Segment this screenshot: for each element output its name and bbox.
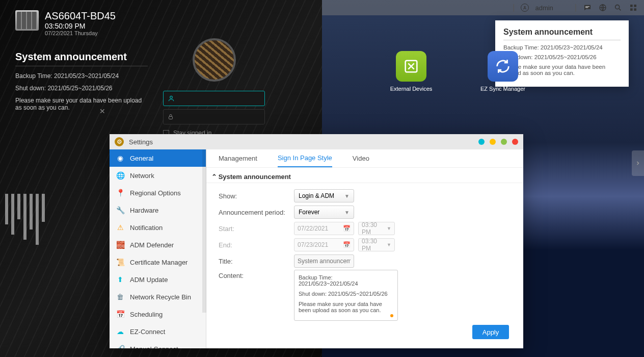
login-announcement-panel: System announcement Backup Time: 2021/05… [15, 51, 148, 116]
svg-rect-4 [585, 7, 588, 8]
close-icon[interactable]: ✕ [99, 107, 105, 115]
sidebar-item-label: ADM Defender [130, 241, 174, 249]
sidebar-item-hardware[interactable]: 🔧Hardware [110, 201, 206, 219]
chat-icon[interactable] [583, 3, 592, 12]
chevron-down-icon: ▼ [344, 210, 350, 215]
window-controls [478, 139, 518, 145]
label-show: Show: [219, 192, 294, 200]
unsaved-indicator-icon [390, 314, 393, 317]
settings-window: ⚙ Settings ◉General 🌐Network 📍Regional O… [110, 134, 523, 348]
desktop-icon-ez-sync[interactable]: EZ Sync Manager [480, 51, 526, 92]
login-form: Stay signed in [153, 38, 275, 137]
sidebar-item-label: Manual Connect [130, 345, 178, 349]
sidebar-item-scheduling[interactable]: 📅Scheduling [110, 305, 206, 323]
recycle-icon: 🗑 [116, 292, 125, 301]
side-panel-toggle[interactable] [632, 150, 644, 176]
sidebar-item-label: Scheduling [130, 311, 163, 318]
label-end: End: [219, 241, 294, 249]
show-select[interactable]: Login & ADM ▼ [294, 189, 354, 202]
globe-icon[interactable] [598, 3, 607, 12]
sidebar-item-label: Hardware [130, 207, 158, 214]
sidebar-item-recycle[interactable]: 🗑Network Recycle Bin [110, 288, 206, 305]
tab-sign-in-style[interactable]: Sign In Page Style [278, 149, 332, 167]
topbar: | admin | [322, 0, 644, 15]
device-header: AS6604T-BD45 03:50:09 PM 07/22/2021 Thur… [15, 10, 116, 36]
window-close-button[interactable] [512, 139, 518, 145]
gear-icon: ⚙ [115, 137, 124, 146]
label-start: Start: [219, 225, 294, 233]
sidebar-item-manual-connect[interactable]: 🔗Manual Connect [110, 340, 206, 348]
title-input[interactable] [294, 254, 354, 268]
separator: | [513, 3, 515, 12]
grid-icon[interactable] [629, 3, 638, 12]
sidebar-item-label: Network [130, 172, 154, 180]
tab-management[interactable]: Management [219, 149, 257, 167]
sidebar-item-certificate[interactable]: 📜Certificate Manager [110, 253, 206, 271]
calendar-icon: 📅 [343, 225, 351, 232]
window-maximize-button[interactable] [501, 139, 507, 145]
sidebar-item-label: Notification [130, 224, 163, 232]
sidebar-item-notification[interactable]: ⚠Notification [110, 219, 206, 236]
desktop-icon-label: External Devices [388, 86, 434, 92]
window-help-button[interactable] [478, 139, 485, 145]
decor-bars [5, 194, 45, 245]
section-header[interactable]: ⌃ System announcement [206, 168, 523, 183]
network-icon: 🌐 [116, 171, 125, 180]
sidebar-item-update[interactable]: ⬆ADM Update [110, 271, 206, 288]
date-value: 07/23/2021 [298, 241, 328, 248]
content-line: Please make sure your data have been upl… [299, 301, 393, 313]
caret-up-icon: ⌃ [211, 173, 217, 181]
settings-sidebar: ◉General 🌐Network 📍Regional Options 🔧Har… [110, 149, 206, 348]
window-titlebar[interactable]: ⚙ Settings [110, 134, 523, 149]
login-announce-line1: Backup Time: 2021/05/23~2021/05/24 [15, 72, 148, 80]
chevron-down-icon: ▼ [387, 226, 391, 231]
external-devices-icon [396, 51, 426, 82]
chevron-down-icon: ▼ [387, 242, 391, 247]
topbar-username[interactable]: admin [535, 4, 553, 12]
sidebar-item-label: Certificate Manager [130, 259, 187, 266]
svg-rect-8 [634, 5, 636, 7]
sidebar-item-ezconnect[interactable]: ☁EZ-Connect [110, 323, 206, 340]
chevron-down-icon: ▼ [344, 193, 350, 199]
end-time-input: 03:30 PM ▼ [358, 238, 395, 251]
nas-device-icon [15, 10, 39, 31]
sidebar-item-network[interactable]: 🌐Network [110, 167, 206, 184]
select-value: Forever [299, 209, 319, 216]
label-content: Content: [219, 270, 294, 321]
svg-rect-7 [630, 5, 633, 7]
popup-title: System announcement [503, 28, 621, 40]
svg-rect-1 [169, 117, 173, 119]
search-icon[interactable] [613, 3, 623, 12]
apply-button[interactable]: Apply [472, 325, 509, 339]
desktop-icon-external-devices[interactable]: External Devices [388, 51, 434, 92]
form-area: Show: Login & ADM ▼ Announcement period:… [206, 183, 523, 326]
user-avatar-icon[interactable] [521, 4, 529, 12]
sidebar-item-regional[interactable]: 📍Regional Options [110, 184, 206, 201]
label-title: Title: [219, 258, 294, 265]
avatar [193, 38, 236, 82]
content-line: Shut down: 2021/05/25~2021/05/26 [299, 291, 393, 297]
calendar-icon: 📅 [343, 241, 351, 248]
password-input[interactable] [163, 109, 265, 124]
select-value: Login & ADM [299, 192, 334, 199]
login-announce-title: System announcement [15, 51, 148, 66]
sidebar-item-label: ADM Update [130, 276, 168, 284]
svg-rect-9 [630, 8, 633, 11]
sidebar-item-defender[interactable]: 🧱ADM Defender [110, 236, 206, 253]
scheduling-icon: 📅 [116, 310, 125, 319]
sidebar-item-label: Network Recycle Bin [130, 293, 191, 301]
login-announce-line2: Shut down: 2021/05/25~2021/05/26 [15, 85, 148, 92]
content-line: Backup Time: 2021/05/23~2021/05/24 [299, 274, 393, 287]
content-editor[interactable]: Backup Time: 2021/05/23~2021/05/24 Shut … [294, 270, 398, 321]
label-period: Announcement period: [219, 209, 294, 216]
lock-icon [168, 114, 174, 120]
date-value: 07/22/2021 [298, 225, 328, 232]
sidebar-item-general[interactable]: ◉General [110, 149, 206, 167]
svg-rect-10 [634, 8, 636, 11]
sidebar-item-label: Regional Options [130, 189, 181, 197]
username-input[interactable] [163, 91, 265, 106]
tab-video[interactable]: Video [353, 149, 369, 167]
period-select[interactable]: Forever ▼ [294, 206, 354, 219]
sidebar-scrollbar[interactable] [202, 149, 206, 313]
window-minimize-button[interactable] [490, 139, 496, 145]
